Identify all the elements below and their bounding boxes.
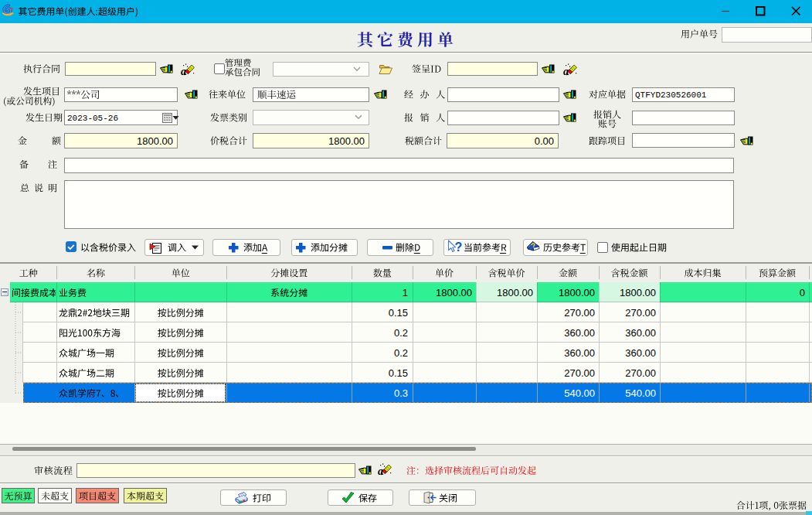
svg-text:?: ? bbox=[455, 240, 463, 254]
